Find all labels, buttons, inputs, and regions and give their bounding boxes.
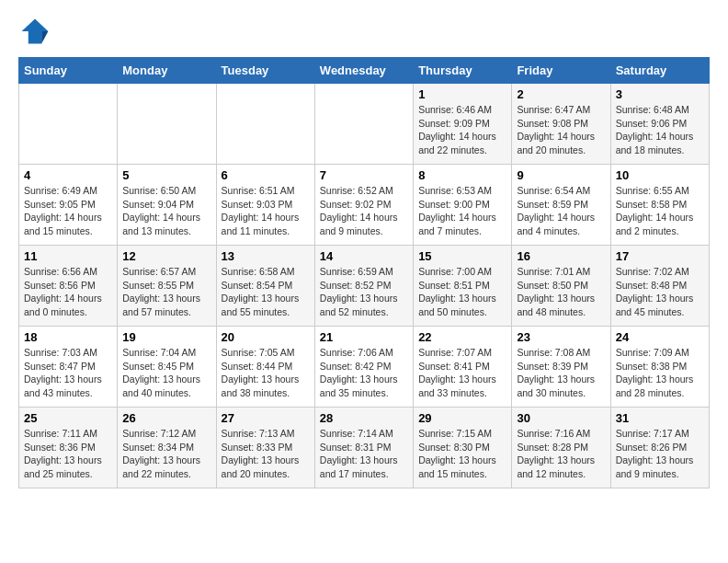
day-number: 20 [222, 330, 310, 344]
day-info: Sunrise: 7:06 AM Sunset: 8:42 PM Dayligh… [320, 346, 408, 400]
week-row-1: 1Sunrise: 6:46 AM Sunset: 9:09 PM Daylig… [19, 84, 710, 165]
day-info: Sunrise: 6:52 AM Sunset: 9:02 PM Dayligh… [320, 184, 408, 238]
day-info: Sunrise: 7:09 AM Sunset: 8:38 PM Dayligh… [616, 346, 704, 400]
calendar-cell: 15Sunrise: 7:00 AM Sunset: 8:51 PM Dayli… [414, 246, 512, 327]
day-info: Sunrise: 6:59 AM Sunset: 8:52 PM Dayligh… [320, 265, 408, 319]
day-number: 29 [418, 411, 506, 425]
day-number: 23 [517, 330, 605, 344]
header-friday: Friday [512, 58, 610, 84]
day-info: Sunrise: 6:48 AM Sunset: 9:06 PM Dayligh… [616, 103, 704, 157]
day-info: Sunrise: 7:03 AM Sunset: 8:47 PM Dayligh… [24, 346, 112, 400]
calendar-cell [216, 84, 314, 165]
day-number: 22 [418, 330, 506, 344]
calendar-cell: 20Sunrise: 7:05 AM Sunset: 8:44 PM Dayli… [216, 327, 314, 408]
day-number: 24 [616, 330, 704, 344]
header-monday: Monday [118, 58, 216, 84]
day-number: 26 [122, 411, 210, 425]
calendar-cell: 18Sunrise: 7:03 AM Sunset: 8:47 PM Dayli… [19, 327, 118, 408]
day-info: Sunrise: 7:02 AM Sunset: 8:48 PM Dayligh… [616, 265, 704, 319]
day-info: Sunrise: 6:49 AM Sunset: 9:05 PM Dayligh… [24, 184, 112, 238]
calendar-cell: 30Sunrise: 7:16 AM Sunset: 8:28 PM Dayli… [512, 408, 610, 488]
day-info: Sunrise: 7:11 AM Sunset: 8:36 PM Dayligh… [24, 427, 112, 481]
calendar-cell: 31Sunrise: 7:17 AM Sunset: 8:26 PM Dayli… [610, 408, 709, 488]
day-info: Sunrise: 6:55 AM Sunset: 8:58 PM Dayligh… [616, 184, 704, 238]
day-number: 15 [418, 249, 506, 263]
day-info: Sunrise: 6:46 AM Sunset: 9:09 PM Dayligh… [418, 103, 506, 157]
day-info: Sunrise: 6:56 AM Sunset: 8:56 PM Dayligh… [24, 265, 112, 319]
day-number: 11 [24, 249, 112, 263]
day-info: Sunrise: 6:57 AM Sunset: 8:55 PM Dayligh… [122, 265, 210, 319]
day-info: Sunrise: 7:08 AM Sunset: 8:39 PM Dayligh… [517, 346, 605, 400]
day-number: 17 [616, 249, 704, 263]
day-info: Sunrise: 7:16 AM Sunset: 8:28 PM Dayligh… [517, 427, 605, 481]
logo-icon [18, 15, 51, 48]
calendar-cell: 13Sunrise: 6:58 AM Sunset: 8:54 PM Dayli… [216, 246, 314, 327]
day-number: 27 [222, 411, 310, 425]
calendar-cell: 26Sunrise: 7:12 AM Sunset: 8:34 PM Dayli… [118, 408, 216, 488]
header-saturday: Saturday [610, 58, 709, 84]
day-info: Sunrise: 7:14 AM Sunset: 8:31 PM Dayligh… [320, 427, 408, 481]
calendar-table: SundayMondayTuesdayWednesdayThursdayFrid… [18, 57, 710, 488]
day-number: 18 [24, 330, 112, 344]
day-number: 10 [616, 168, 704, 182]
header-tuesday: Tuesday [216, 58, 314, 84]
svg-marker-1 [41, 31, 48, 44]
calendar-cell: 2Sunrise: 6:47 AM Sunset: 9:08 PM Daylig… [512, 84, 610, 165]
day-info: Sunrise: 7:13 AM Sunset: 8:33 PM Dayligh… [222, 427, 310, 481]
header-sunday: Sunday [19, 58, 118, 84]
day-number: 13 [222, 249, 310, 263]
calendar-cell [118, 84, 216, 165]
day-info: Sunrise: 6:58 AM Sunset: 8:54 PM Dayligh… [222, 265, 310, 319]
day-info: Sunrise: 6:51 AM Sunset: 9:03 PM Dayligh… [222, 184, 310, 238]
calendar-cell: 9Sunrise: 6:54 AM Sunset: 8:59 PM Daylig… [512, 165, 610, 246]
day-info: Sunrise: 6:54 AM Sunset: 8:59 PM Dayligh… [517, 184, 605, 238]
calendar-cell [314, 84, 413, 165]
day-info: Sunrise: 7:01 AM Sunset: 8:50 PM Dayligh… [517, 265, 605, 319]
day-info: Sunrise: 7:17 AM Sunset: 8:26 PM Dayligh… [616, 427, 704, 481]
day-info: Sunrise: 7:15 AM Sunset: 8:30 PM Dayligh… [418, 427, 506, 481]
calendar-cell: 6Sunrise: 6:51 AM Sunset: 9:03 PM Daylig… [216, 165, 314, 246]
day-number: 28 [320, 411, 408, 425]
header [18, 15, 710, 48]
calendar-cell: 24Sunrise: 7:09 AM Sunset: 8:38 PM Dayli… [610, 327, 709, 408]
day-info: Sunrise: 7:05 AM Sunset: 8:44 PM Dayligh… [222, 346, 310, 400]
day-number: 5 [122, 168, 210, 182]
day-number: 12 [122, 249, 210, 263]
day-number: 9 [517, 168, 605, 182]
day-info: Sunrise: 6:50 AM Sunset: 9:04 PM Dayligh… [122, 184, 210, 238]
header-thursday: Thursday [414, 58, 512, 84]
calendar-cell: 4Sunrise: 6:49 AM Sunset: 9:05 PM Daylig… [19, 165, 118, 246]
day-number: 2 [517, 87, 605, 101]
calendar-cell: 11Sunrise: 6:56 AM Sunset: 8:56 PM Dayli… [19, 246, 118, 327]
calendar-cell: 12Sunrise: 6:57 AM Sunset: 8:55 PM Dayli… [118, 246, 216, 327]
calendar-cell: 22Sunrise: 7:07 AM Sunset: 8:41 PM Dayli… [414, 327, 512, 408]
day-number: 21 [320, 330, 408, 344]
calendar-cell: 5Sunrise: 6:50 AM Sunset: 9:04 PM Daylig… [118, 165, 216, 246]
calendar-cell: 8Sunrise: 6:53 AM Sunset: 9:00 PM Daylig… [414, 165, 512, 246]
calendar-cell: 17Sunrise: 7:02 AM Sunset: 8:48 PM Dayli… [610, 246, 709, 327]
day-number: 8 [418, 168, 506, 182]
day-number: 14 [320, 249, 408, 263]
header-row: SundayMondayTuesdayWednesdayThursdayFrid… [19, 58, 710, 84]
week-row-3: 11Sunrise: 6:56 AM Sunset: 8:56 PM Dayli… [19, 246, 710, 327]
day-info: Sunrise: 7:07 AM Sunset: 8:41 PM Dayligh… [418, 346, 506, 400]
calendar-cell: 3Sunrise: 6:48 AM Sunset: 9:06 PM Daylig… [610, 84, 709, 165]
calendar-cell: 14Sunrise: 6:59 AM Sunset: 8:52 PM Dayli… [314, 246, 413, 327]
day-info: Sunrise: 6:53 AM Sunset: 9:00 PM Dayligh… [418, 184, 506, 238]
calendar-cell: 1Sunrise: 6:46 AM Sunset: 9:09 PM Daylig… [414, 84, 512, 165]
day-number: 30 [517, 411, 605, 425]
week-row-2: 4Sunrise: 6:49 AM Sunset: 9:05 PM Daylig… [19, 165, 710, 246]
logo [18, 15, 55, 48]
calendar-cell: 27Sunrise: 7:13 AM Sunset: 8:33 PM Dayli… [216, 408, 314, 488]
header-wednesday: Wednesday [314, 58, 413, 84]
day-number: 16 [517, 249, 605, 263]
calendar-cell: 19Sunrise: 7:04 AM Sunset: 8:45 PM Dayli… [118, 327, 216, 408]
calendar-cell: 29Sunrise: 7:15 AM Sunset: 8:30 PM Dayli… [414, 408, 512, 488]
calendar-cell: 25Sunrise: 7:11 AM Sunset: 8:36 PM Dayli… [19, 408, 118, 488]
day-number: 19 [122, 330, 210, 344]
day-number: 1 [418, 87, 506, 101]
calendar-cell: 7Sunrise: 6:52 AM Sunset: 9:02 PM Daylig… [314, 165, 413, 246]
day-number: 25 [24, 411, 112, 425]
day-info: Sunrise: 7:00 AM Sunset: 8:51 PM Dayligh… [418, 265, 506, 319]
calendar-cell [19, 84, 118, 165]
